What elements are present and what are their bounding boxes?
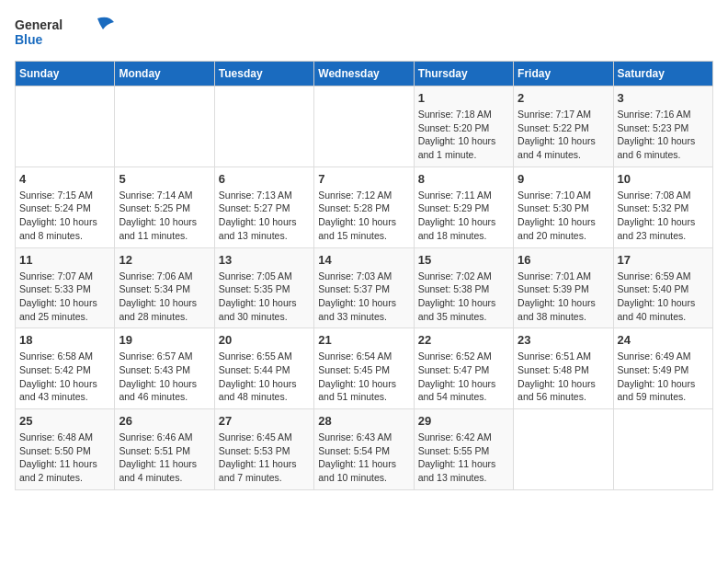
day-info: Sunrise: 6:43 AM Sunset: 5:54 PM Dayligh… bbox=[318, 431, 409, 485]
day-number: 12 bbox=[119, 253, 210, 267]
day-info: Sunrise: 7:14 AM Sunset: 5:25 PM Dayligh… bbox=[119, 189, 210, 243]
day-cell: 29Sunrise: 6:42 AM Sunset: 5:55 PM Dayli… bbox=[414, 409, 513, 490]
page-header: General Blue bbox=[15, 15, 713, 50]
day-number: 8 bbox=[418, 172, 509, 186]
day-cell: 26Sunrise: 6:46 AM Sunset: 5:51 PM Dayli… bbox=[115, 409, 214, 490]
day-number: 1 bbox=[418, 91, 509, 105]
day-number: 11 bbox=[19, 253, 110, 267]
day-cell: 24Sunrise: 6:49 AM Sunset: 5:49 PM Dayli… bbox=[613, 328, 712, 409]
week-row-3: 11Sunrise: 7:07 AM Sunset: 5:33 PM Dayli… bbox=[16, 247, 713, 328]
day-cell bbox=[214, 86, 313, 167]
day-cell: 15Sunrise: 7:02 AM Sunset: 5:38 PM Dayli… bbox=[414, 247, 513, 328]
day-number: 23 bbox=[518, 333, 609, 347]
logo-svg: General Blue bbox=[15, 15, 116, 50]
day-cell: 11Sunrise: 7:07 AM Sunset: 5:33 PM Dayli… bbox=[16, 247, 115, 328]
day-number: 2 bbox=[518, 91, 609, 105]
day-number: 10 bbox=[618, 172, 709, 186]
column-header-saturday: Saturday bbox=[613, 62, 712, 86]
day-number: 15 bbox=[418, 253, 509, 267]
day-cell: 4Sunrise: 7:15 AM Sunset: 5:24 PM Daylig… bbox=[16, 167, 115, 247]
day-cell bbox=[514, 409, 613, 490]
day-cell bbox=[314, 86, 414, 167]
day-cell bbox=[115, 86, 214, 167]
day-number: 29 bbox=[418, 414, 509, 428]
svg-text:General: General bbox=[15, 17, 63, 32]
day-number: 13 bbox=[219, 253, 310, 267]
day-cell: 21Sunrise: 6:54 AM Sunset: 5:45 PM Dayli… bbox=[314, 328, 414, 409]
day-cell: 6Sunrise: 7:13 AM Sunset: 5:27 PM Daylig… bbox=[214, 167, 313, 247]
column-header-tuesday: Tuesday bbox=[214, 62, 313, 86]
day-cell: 22Sunrise: 6:52 AM Sunset: 5:47 PM Dayli… bbox=[414, 328, 513, 409]
day-number: 26 bbox=[119, 414, 210, 428]
day-cell bbox=[16, 86, 115, 167]
day-number: 3 bbox=[618, 91, 709, 105]
day-number: 25 bbox=[19, 414, 110, 428]
day-info: Sunrise: 6:55 AM Sunset: 5:44 PM Dayligh… bbox=[219, 350, 310, 404]
logo: General Blue bbox=[15, 15, 116, 50]
day-cell: 28Sunrise: 6:43 AM Sunset: 5:54 PM Dayli… bbox=[314, 409, 414, 490]
day-cell: 12Sunrise: 7:06 AM Sunset: 5:34 PM Dayli… bbox=[115, 247, 214, 328]
calendar-table: SundayMondayTuesdayWednesdayThursdayFrid… bbox=[15, 61, 713, 490]
day-cell: 20Sunrise: 6:55 AM Sunset: 5:44 PM Dayli… bbox=[214, 328, 313, 409]
day-info: Sunrise: 7:13 AM Sunset: 5:27 PM Dayligh… bbox=[219, 189, 310, 243]
day-number: 22 bbox=[418, 333, 509, 347]
day-number: 14 bbox=[318, 253, 409, 267]
day-cell: 3Sunrise: 7:16 AM Sunset: 5:23 PM Daylig… bbox=[613, 86, 712, 167]
column-header-friday: Friday bbox=[514, 62, 613, 86]
day-number: 4 bbox=[19, 172, 110, 186]
day-number: 9 bbox=[518, 172, 609, 186]
day-info: Sunrise: 6:52 AM Sunset: 5:47 PM Dayligh… bbox=[418, 350, 509, 404]
day-cell: 9Sunrise: 7:10 AM Sunset: 5:30 PM Daylig… bbox=[514, 167, 613, 247]
day-info: Sunrise: 7:17 AM Sunset: 5:22 PM Dayligh… bbox=[518, 108, 609, 162]
day-number: 6 bbox=[219, 172, 310, 186]
day-info: Sunrise: 6:46 AM Sunset: 5:51 PM Dayligh… bbox=[119, 431, 210, 485]
week-row-4: 18Sunrise: 6:58 AM Sunset: 5:42 PM Dayli… bbox=[16, 328, 713, 409]
day-info: Sunrise: 7:02 AM Sunset: 5:38 PM Dayligh… bbox=[418, 270, 509, 324]
day-info: Sunrise: 7:16 AM Sunset: 5:23 PM Dayligh… bbox=[618, 108, 709, 162]
day-info: Sunrise: 7:06 AM Sunset: 5:34 PM Dayligh… bbox=[119, 270, 210, 324]
day-cell: 8Sunrise: 7:11 AM Sunset: 5:29 PM Daylig… bbox=[414, 167, 513, 247]
day-number: 5 bbox=[119, 172, 210, 186]
day-cell: 17Sunrise: 6:59 AM Sunset: 5:40 PM Dayli… bbox=[613, 247, 712, 328]
svg-text:Blue: Blue bbox=[15, 32, 43, 47]
day-info: Sunrise: 6:48 AM Sunset: 5:50 PM Dayligh… bbox=[19, 431, 110, 485]
week-row-5: 25Sunrise: 6:48 AM Sunset: 5:50 PM Dayli… bbox=[16, 409, 713, 490]
day-cell: 7Sunrise: 7:12 AM Sunset: 5:28 PM Daylig… bbox=[314, 167, 414, 247]
day-cell: 18Sunrise: 6:58 AM Sunset: 5:42 PM Dayli… bbox=[16, 328, 115, 409]
day-info: Sunrise: 7:05 AM Sunset: 5:35 PM Dayligh… bbox=[219, 270, 310, 324]
day-number: 21 bbox=[318, 333, 409, 347]
day-cell: 2Sunrise: 7:17 AM Sunset: 5:22 PM Daylig… bbox=[514, 86, 613, 167]
column-header-sunday: Sunday bbox=[16, 62, 115, 86]
week-row-1: 1Sunrise: 7:18 AM Sunset: 5:20 PM Daylig… bbox=[16, 86, 713, 167]
day-number: 19 bbox=[119, 333, 210, 347]
day-number: 28 bbox=[318, 414, 409, 428]
day-info: Sunrise: 7:12 AM Sunset: 5:28 PM Dayligh… bbox=[318, 189, 409, 243]
day-info: Sunrise: 7:15 AM Sunset: 5:24 PM Dayligh… bbox=[19, 189, 110, 243]
day-number: 7 bbox=[318, 172, 409, 186]
day-info: Sunrise: 6:45 AM Sunset: 5:53 PM Dayligh… bbox=[219, 431, 310, 485]
day-info: Sunrise: 7:11 AM Sunset: 5:29 PM Dayligh… bbox=[418, 189, 509, 243]
day-number: 18 bbox=[19, 333, 110, 347]
day-cell: 23Sunrise: 6:51 AM Sunset: 5:48 PM Dayli… bbox=[514, 328, 613, 409]
column-header-wednesday: Wednesday bbox=[314, 62, 414, 86]
day-info: Sunrise: 6:51 AM Sunset: 5:48 PM Dayligh… bbox=[518, 350, 609, 404]
day-cell: 19Sunrise: 6:57 AM Sunset: 5:43 PM Dayli… bbox=[115, 328, 214, 409]
day-number: 27 bbox=[219, 414, 310, 428]
day-number: 24 bbox=[618, 333, 709, 347]
day-cell: 5Sunrise: 7:14 AM Sunset: 5:25 PM Daylig… bbox=[115, 167, 214, 247]
week-row-2: 4Sunrise: 7:15 AM Sunset: 5:24 PM Daylig… bbox=[16, 167, 713, 247]
day-number: 17 bbox=[618, 253, 709, 267]
column-header-thursday: Thursday bbox=[414, 62, 513, 86]
day-number: 20 bbox=[219, 333, 310, 347]
day-info: Sunrise: 7:10 AM Sunset: 5:30 PM Dayligh… bbox=[518, 189, 609, 243]
calendar-header-row: SundayMondayTuesdayWednesdayThursdayFrid… bbox=[16, 62, 713, 86]
day-info: Sunrise: 7:18 AM Sunset: 5:20 PM Dayligh… bbox=[418, 108, 509, 162]
day-cell: 27Sunrise: 6:45 AM Sunset: 5:53 PM Dayli… bbox=[214, 409, 313, 490]
day-info: Sunrise: 6:42 AM Sunset: 5:55 PM Dayligh… bbox=[418, 431, 509, 485]
day-cell: 13Sunrise: 7:05 AM Sunset: 5:35 PM Dayli… bbox=[214, 247, 313, 328]
day-info: Sunrise: 7:03 AM Sunset: 5:37 PM Dayligh… bbox=[318, 270, 409, 324]
day-info: Sunrise: 7:07 AM Sunset: 5:33 PM Dayligh… bbox=[19, 270, 110, 324]
day-cell bbox=[613, 409, 712, 490]
day-cell: 25Sunrise: 6:48 AM Sunset: 5:50 PM Dayli… bbox=[16, 409, 115, 490]
day-cell: 10Sunrise: 7:08 AM Sunset: 5:32 PM Dayli… bbox=[613, 167, 712, 247]
